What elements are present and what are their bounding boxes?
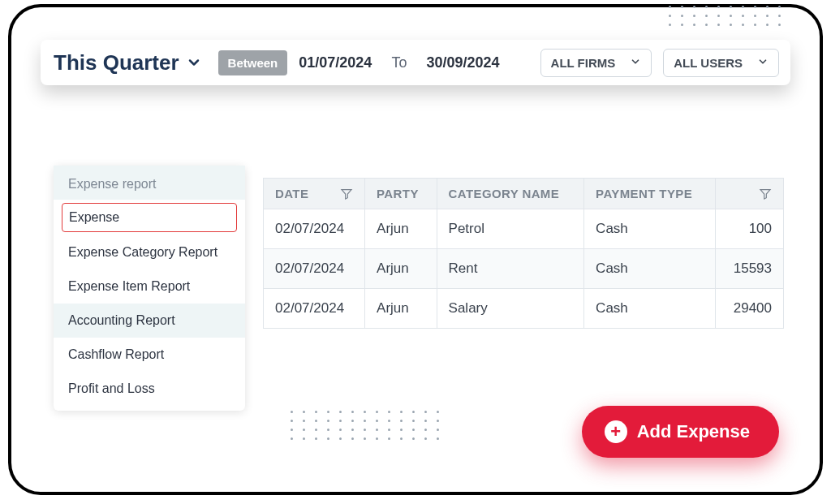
chevron-down-icon: [630, 56, 641, 70]
decorative-dots-bottom: [291, 411, 439, 440]
add-expense-button[interactable]: + Add Expense: [582, 406, 779, 458]
col-category[interactable]: CATEGORY NAME: [437, 179, 584, 209]
period-dropdown[interactable]: This Quarter: [49, 50, 207, 75]
sidebar-item-expense-category-report[interactable]: Expense Category Report: [54, 235, 245, 269]
chevron-down-icon: [757, 56, 769, 70]
col-amount[interactable]: [716, 179, 784, 209]
col-party[interactable]: PARTY: [365, 179, 437, 209]
plus-icon: +: [605, 420, 627, 443]
table-row[interactable]: 02/07/2024 Arjun Rent Cash 15593: [264, 249, 784, 289]
svg-marker-0: [342, 189, 351, 198]
period-label: This Quarter: [54, 50, 179, 75]
sidebar-section-expense: Expense report: [54, 166, 245, 200]
date-from[interactable]: 01/07/2024: [299, 54, 372, 71]
firms-label: ALL FIRMS: [551, 56, 616, 70]
to-label: To: [391, 54, 407, 71]
chevron-down-icon: [186, 54, 202, 71]
filter-bar: This Quarter Between 01/07/2024 To 30/09…: [41, 40, 790, 85]
sidebar-item-expense[interactable]: Expense: [62, 203, 237, 232]
add-expense-label: Add Expense: [637, 421, 750, 442]
date-range: 01/07/2024 To 30/09/2024: [299, 54, 499, 71]
decorative-dots-top: [669, 6, 781, 26]
col-date[interactable]: DATE: [264, 179, 365, 209]
expense-table-wrap: DATE PARTY CATEGORY NAME PAYMENT TYPE: [263, 178, 784, 329]
col-payment[interactable]: PAYMENT TYPE: [584, 179, 716, 209]
report-sidebar: Expense report Expense Expense Category …: [54, 166, 245, 411]
sidebar-item-profit-and-loss[interactable]: Profit and Loss: [54, 372, 245, 406]
date-to[interactable]: 30/09/2024: [426, 54, 499, 71]
firms-select[interactable]: ALL FIRMS: [540, 49, 652, 77]
users-select[interactable]: ALL USERS: [663, 49, 779, 77]
svg-marker-1: [760, 189, 770, 198]
between-label: Between: [218, 50, 288, 75]
users-label: ALL USERS: [674, 56, 743, 70]
filter-icon[interactable]: [340, 187, 353, 200]
table-row[interactable]: 02/07/2024 Arjun Salary Cash 29400: [264, 289, 784, 329]
expense-table: DATE PARTY CATEGORY NAME PAYMENT TYPE: [263, 178, 784, 329]
sidebar-item-cashflow-report[interactable]: Cashflow Report: [54, 338, 245, 372]
sidebar-item-expense-item-report[interactable]: Expense Item Report: [54, 269, 245, 304]
sidebar-section-accounting[interactable]: Accounting Report: [54, 304, 245, 338]
filter-icon[interactable]: [759, 187, 772, 200]
table-row[interactable]: 02/07/2024 Arjun Petrol Cash 100: [264, 209, 784, 249]
